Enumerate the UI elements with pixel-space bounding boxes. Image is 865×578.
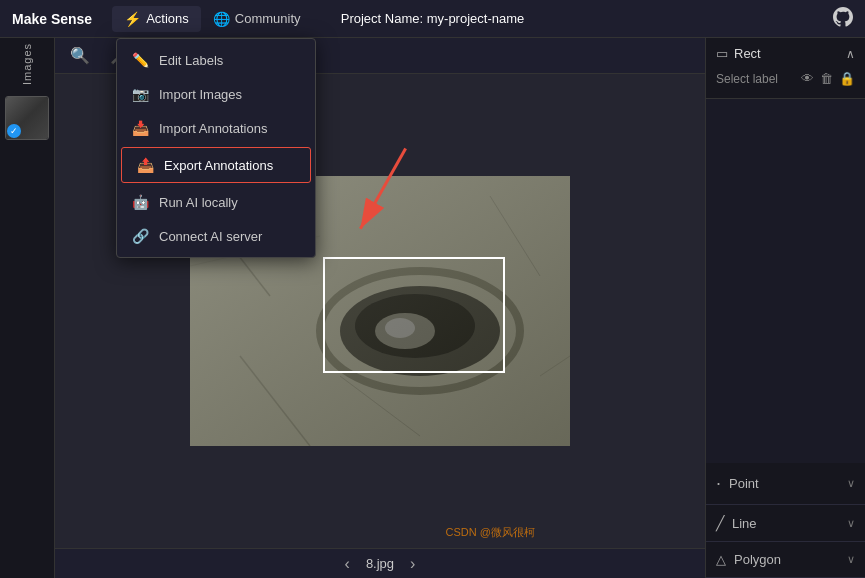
nav-item-actions[interactable]: ⚡ Actions [112,6,201,32]
menu-edit-labels-label: Edit Labels [159,53,223,68]
zoom-out-button[interactable]: 🔍 [67,43,93,68]
export-annotations-icon: 📤 [136,157,154,173]
next-image-button[interactable]: › [410,555,415,573]
eye-icon[interactable]: 👁 [801,71,814,86]
line-shape-row[interactable]: ╱ Line ∨ [706,505,865,542]
line-row-left: ╱ Line [716,515,757,531]
right-panel: Labels ▭ Rect ∧ Select label 👁 🗑 🔒 [705,38,865,578]
connect-ai-icon: 🔗 [131,228,149,244]
menu-run-ai[interactable]: 🤖 Run AI locally [117,185,315,219]
menu-import-annotations-label: Import Annotations [159,121,267,136]
point-dot-icon: · [716,473,721,494]
delete-icon[interactable]: 🗑 [820,71,833,86]
rect-title-label: Rect [734,46,761,61]
nav-item-community[interactable]: 🌐 Community [201,6,313,32]
menu-edit-labels[interactable]: ✏️ Edit Labels [117,43,315,77]
github-icon[interactable] [833,7,853,30]
logo[interactable]: Make Sense [12,11,92,27]
point-label: Point [729,476,759,491]
rect-section: ▭ Rect ∧ Select label 👁 🗑 🔒 [706,38,865,99]
point-shape-row[interactable]: · Point ∨ [706,463,865,505]
rect-collapse-button[interactable]: ∧ [846,47,855,61]
import-annotations-icon: 📥 [131,120,149,136]
select-label-text: Select label [716,72,778,86]
point-row-left: · Point [716,473,759,494]
prev-image-button[interactable]: ‹ [345,555,350,573]
menu-export-annotations-label: Export Annotations [164,158,273,173]
polygon-label: Polygon [734,552,781,567]
line-label: Line [732,516,757,531]
label-actions: 👁 🗑 🔒 [801,71,855,86]
menu-export-annotations[interactable]: 📤 Export Annotations [121,147,311,183]
images-panel: Images ✓ [0,38,55,578]
line-draw-icon: ╱ [716,515,724,531]
rect-header: ▭ Rect ∧ [716,46,855,61]
topbar: Make Sense ⚡ Actions 🌐 Community Project… [0,0,865,38]
menu-run-ai-label: Run AI locally [159,195,238,210]
polygon-row-left: △ Polygon [716,552,781,567]
rect-title: ▭ Rect [716,46,761,61]
actions-dropdown: ✏️ Edit Labels 📷 Import Images 📥 Import … [116,38,316,258]
polygon-expand-icon: ∨ [847,553,855,566]
run-ai-icon: 🤖 [131,194,149,210]
project-name: Project Name: my-project-name [341,11,525,26]
point-expand-icon: ∨ [847,477,855,490]
actions-icon: ⚡ [124,11,141,27]
nav-community-label: Community [235,11,301,26]
community-icon: 🌐 [213,11,230,27]
menu-import-images[interactable]: 📷 Import Images [117,77,315,111]
import-images-icon: 📷 [131,86,149,102]
select-label-row: Select label 👁 🗑 🔒 [716,67,855,90]
menu-import-images-label: Import Images [159,87,242,102]
watermark: CSDN @微风很柯 [446,525,535,540]
images-label: Images [21,43,33,85]
menu-connect-ai[interactable]: 🔗 Connect AI server [117,219,315,253]
menu-import-annotations[interactable]: 📥 Import Annotations [117,111,315,145]
polygon-draw-icon: △ [716,552,726,567]
image-thumbnail[interactable]: ✓ [5,96,49,140]
canvas-right-empty [706,99,865,463]
lock-icon[interactable]: 🔒 [839,71,855,86]
edit-labels-icon: ✏️ [131,52,149,68]
nav-actions-label: Actions [146,11,189,26]
image-check-mark: ✓ [7,124,21,138]
canvas-footer: ‹ 8.jpg › [55,548,705,578]
menu-connect-ai-label: Connect AI server [159,229,262,244]
current-filename: 8.jpg [366,556,394,571]
line-expand-icon: ∨ [847,517,855,530]
polygon-shape-row[interactable]: △ Polygon ∨ [706,542,865,578]
rect-icon: ▭ [716,46,728,61]
